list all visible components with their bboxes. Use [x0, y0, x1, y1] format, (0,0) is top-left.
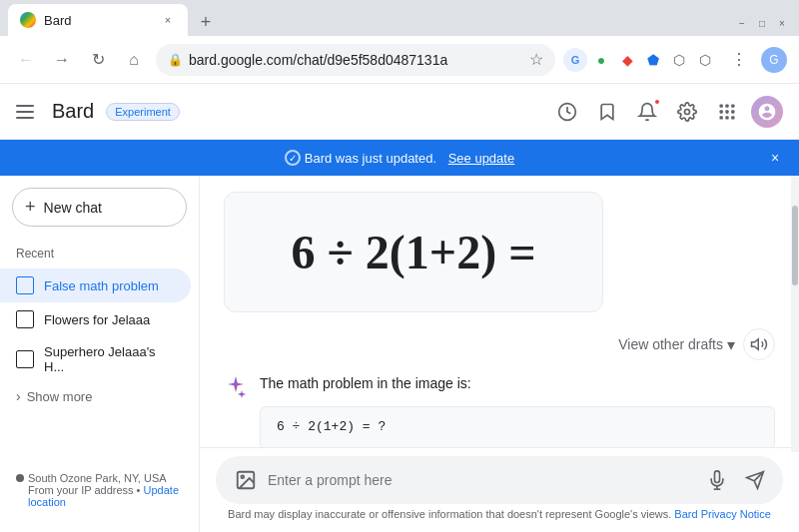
input-row [216, 456, 783, 504]
home-button[interactable]: ⌂ [120, 46, 148, 74]
bookmark-icon[interactable] [591, 96, 623, 128]
disclaimer-text: Bard may display inaccurate or offensive… [216, 504, 783, 528]
close-button[interactable]: × [775, 16, 789, 30]
minimize-button[interactable]: − [735, 16, 749, 30]
url-bar[interactable]: 🔒 bard.google.com/chat/d9e5f58d0487131a … [156, 44, 555, 76]
show-more-button[interactable]: › Show more [0, 382, 199, 410]
sidebar-bottom: South Ozone Park, NY, USA From your IP a… [0, 460, 199, 520]
chat-icon-3 [16, 350, 34, 368]
sidebar-item-label-2: Flowers for Jelaaa [44, 312, 150, 327]
response-intro: The math problem in the image is: [260, 372, 775, 394]
more-options-button[interactable]: ⋮ [725, 46, 753, 74]
scrollbar-track[interactable] [791, 176, 799, 452]
sidebar: + New chat Recent False math problem Flo… [0, 176, 200, 532]
star-icon[interactable]: ☆ [529, 50, 543, 69]
svg-rect-6 [725, 110, 728, 113]
svg-rect-7 [731, 110, 734, 113]
svg-rect-4 [731, 104, 734, 107]
maximize-button[interactable]: □ [755, 16, 769, 30]
new-chat-plus-icon: + [25, 197, 36, 218]
profile-avatar[interactable]: G [761, 47, 787, 73]
refresh-button[interactable]: ↻ [84, 46, 112, 74]
banner-message: Bard was just updated. [305, 151, 436, 166]
user-avatar[interactable] [751, 96, 783, 128]
window-controls: − □ × [733, 16, 791, 36]
chat-scroll[interactable]: 6 ÷ 2(1+2) = View other drafts ▾ [200, 176, 799, 447]
update-banner: ✓ Bard was just updated. See update × [0, 140, 799, 176]
response-body: The math problem in the image is: 6 ÷ 2(… [224, 372, 775, 447]
lock-icon: 🔒 [168, 53, 183, 67]
math-image-card: 6 ÷ 2(1+2) = [224, 192, 603, 312]
notification-badge [653, 98, 661, 106]
sidebar-item-flowers[interactable]: Flowers for Jelaaa [0, 302, 191, 336]
svg-rect-9 [725, 116, 728, 119]
chat-area: 6 ÷ 2(1+2) = View other drafts ▾ [200, 176, 799, 532]
chat-icon-2 [16, 310, 34, 328]
view-drafts-label: View other drafts [618, 336, 723, 352]
sidebar-item-superhero[interactable]: Superhero Jelaaa's H... [0, 336, 191, 382]
svg-marker-11 [752, 339, 759, 350]
sidebar-item-label-3: Superhero Jelaaa's H... [44, 344, 175, 374]
url-text: bard.google.com/chat/d9e5f58d0487131a [189, 52, 523, 68]
browser-window: Bard × + − □ × ← → ↻ ⌂ 🔒 bard.google.com… [0, 0, 799, 532]
privacy-notice-link[interactable]: Bard Privacy Notice [674, 508, 771, 520]
forward-button[interactable]: → [48, 46, 76, 74]
image-input-button[interactable] [232, 466, 260, 494]
ext-icon-3[interactable]: ◆ [615, 48, 639, 72]
recent-label: Recent [0, 243, 199, 268]
sidebar-item-false-math[interactable]: False math problem [0, 268, 191, 302]
code-block-1: 6 ÷ 2(1+2) = ? [260, 406, 775, 447]
new-chat-button[interactable]: + New chat [12, 188, 187, 227]
settings-icon[interactable] [671, 96, 703, 128]
apps-icon[interactable] [711, 96, 743, 128]
experiment-badge: Experiment [106, 103, 180, 121]
tab-close-button[interactable]: × [160, 12, 176, 28]
send-button[interactable] [739, 464, 771, 496]
extension-icons: G ● ◆ ⬟ ⬡ ⬡ [563, 48, 717, 72]
response-header: View other drafts ▾ [224, 328, 775, 360]
new-tab-button[interactable]: + [192, 8, 220, 36]
tab-favicon [20, 12, 36, 28]
ext-icon-6[interactable]: ⬡ [693, 48, 717, 72]
speaker-button[interactable] [743, 328, 775, 360]
back-button[interactable]: ← [12, 46, 40, 74]
svg-rect-8 [720, 116, 723, 119]
scrollbar-thumb[interactable] [792, 206, 798, 285]
location-detail: From your IP address • Update location [28, 484, 183, 508]
svg-rect-2 [720, 104, 723, 107]
chat-icon-1 [16, 276, 34, 294]
location-info: South Ozone Park, NY, USA From your IP a… [16, 472, 183, 508]
svg-rect-5 [720, 110, 723, 113]
chevron-down-icon: ▾ [727, 335, 735, 354]
response-text: The math problem in the image is: 6 ÷ 2(… [260, 372, 775, 447]
banner-see-update-link[interactable]: See update [448, 151, 515, 166]
svg-rect-3 [725, 104, 728, 107]
location-city: South Ozone Park, NY, USA [28, 472, 183, 484]
ext-icon-5[interactable]: ⬡ [667, 48, 691, 72]
view-other-drafts-button[interactable]: View other drafts ▾ [618, 335, 735, 354]
ext-icon-4[interactable]: ⬟ [641, 48, 665, 72]
main-content: + New chat Recent False math problem Flo… [0, 176, 799, 532]
notification-icon[interactable] [631, 96, 663, 128]
sidebar-item-label-1: False math problem [44, 278, 159, 293]
input-area: Bard may display inaccurate or offensive… [200, 447, 799, 532]
banner-close-button[interactable]: × [763, 146, 787, 170]
microphone-button[interactable] [703, 466, 731, 494]
show-more-label: Show more [27, 389, 93, 404]
active-tab[interactable]: Bard × [8, 4, 188, 36]
new-chat-label: New chat [44, 200, 102, 216]
tab-bar: Bard × + − □ × [0, 0, 799, 36]
banner-check-icon: ✓ [285, 150, 301, 166]
ext-icon-1[interactable]: G [563, 48, 587, 72]
app-area: Bard Experiment [0, 84, 799, 532]
tab-title: Bard [44, 13, 152, 28]
hamburger-menu[interactable] [16, 100, 40, 124]
location-dot-icon [16, 474, 24, 482]
bard-header: Bard Experiment [0, 84, 799, 140]
bard-star-icon [224, 374, 248, 398]
bard-logo: Bard [52, 100, 94, 123]
ext-icon-2[interactable]: ● [589, 48, 613, 72]
history-icon[interactable] [551, 96, 583, 128]
prompt-input[interactable] [268, 472, 695, 488]
svg-point-13 [241, 475, 244, 478]
